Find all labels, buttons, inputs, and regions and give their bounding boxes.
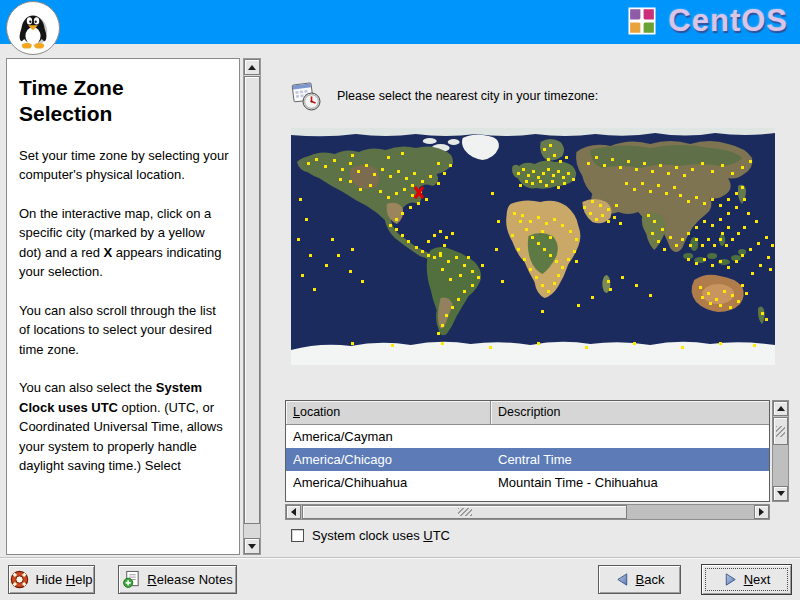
city-dot[interactable] xyxy=(653,220,656,223)
city-dot[interactable] xyxy=(467,256,470,259)
city-dot[interactable] xyxy=(521,214,524,217)
city-dot[interactable] xyxy=(741,254,744,257)
city-dot[interactable] xyxy=(395,218,398,221)
city-dot[interactable] xyxy=(357,170,360,173)
city-dot[interactable] xyxy=(743,198,746,201)
city-dot[interactable] xyxy=(625,182,628,185)
city-dot[interactable] xyxy=(405,177,408,180)
city-dot[interactable] xyxy=(307,162,310,165)
city-dot[interactable] xyxy=(532,170,535,173)
city-dot[interactable] xyxy=(695,196,698,199)
back-button[interactable]: Back xyxy=(598,565,681,594)
city-dot[interactable] xyxy=(537,342,540,345)
city-dot[interactable] xyxy=(565,156,568,159)
city-dot[interactable] xyxy=(641,182,644,185)
city-dot[interactable] xyxy=(679,194,682,197)
city-dot[interactable] xyxy=(457,298,460,301)
city-dot[interactable] xyxy=(351,248,354,251)
city-dot[interactable] xyxy=(741,284,744,287)
city-dot[interactable] xyxy=(349,162,352,165)
city-dot[interactable] xyxy=(703,202,706,205)
city-dot[interactable] xyxy=(549,144,552,147)
city-dot[interactable] xyxy=(595,156,598,159)
city-dot[interactable] xyxy=(551,180,554,183)
city-dot[interactable] xyxy=(305,218,308,221)
city-dot[interactable] xyxy=(611,158,614,161)
city-dot[interactable] xyxy=(577,304,580,307)
city-dot[interactable] xyxy=(721,232,724,235)
city-dot[interactable] xyxy=(703,258,706,261)
city-dot[interactable] xyxy=(427,254,430,257)
city-dot[interactable] xyxy=(757,242,760,245)
city-dot[interactable] xyxy=(687,232,690,235)
city-dot[interactable] xyxy=(727,226,730,229)
city-dot[interactable] xyxy=(531,182,534,185)
city-dot[interactable] xyxy=(379,190,382,193)
city-dot[interactable] xyxy=(727,198,730,201)
city-dot[interactable] xyxy=(715,298,718,301)
city-dot[interactable] xyxy=(407,240,410,243)
city-dot[interactable] xyxy=(703,220,706,223)
city-dot[interactable] xyxy=(315,158,318,161)
city-dot[interactable] xyxy=(535,276,538,279)
city-dot[interactable] xyxy=(719,342,722,345)
city-dot[interactable] xyxy=(687,200,690,203)
city-dot[interactable] xyxy=(449,278,452,281)
city-dot[interactable] xyxy=(451,232,454,235)
city-dot[interactable] xyxy=(691,168,694,171)
city-dot[interactable] xyxy=(681,346,684,349)
city-dot[interactable] xyxy=(463,264,466,267)
city-dot[interactable] xyxy=(552,174,555,177)
world-map[interactable] xyxy=(291,128,775,365)
city-dot[interactable] xyxy=(603,164,606,167)
city-dot[interactable] xyxy=(437,182,440,185)
city-dot[interactable] xyxy=(522,168,525,171)
city-dot[interactable] xyxy=(389,175,392,178)
city-dot[interactable] xyxy=(441,268,444,271)
city-dot[interactable] xyxy=(339,178,342,181)
city-dot[interactable] xyxy=(731,172,734,175)
city-dot[interactable] xyxy=(643,162,646,165)
city-dot[interactable] xyxy=(575,238,578,241)
city-dot[interactable] xyxy=(427,240,430,243)
city-dot[interactable] xyxy=(707,292,710,295)
city-dot[interactable] xyxy=(695,226,698,229)
city-dot[interactable] xyxy=(683,174,686,177)
city-dot[interactable] xyxy=(709,302,712,305)
city-dot[interactable] xyxy=(301,274,304,277)
city-dot[interactable] xyxy=(513,212,516,215)
city-dot[interactable] xyxy=(599,204,602,207)
city-dot[interactable] xyxy=(759,264,762,267)
city-dot[interactable] xyxy=(437,332,440,335)
city-dot[interactable] xyxy=(537,216,540,219)
city-dot[interactable] xyxy=(351,154,354,157)
city-dot[interactable] xyxy=(675,166,678,169)
city-dot[interactable] xyxy=(359,188,362,191)
city-dot[interactable] xyxy=(443,172,446,175)
city-dot[interactable] xyxy=(711,264,714,267)
city-dot[interactable] xyxy=(441,324,444,327)
city-dot[interactable] xyxy=(495,248,498,251)
help-scroll-down-button[interactable] xyxy=(244,538,260,554)
city-dot[interactable] xyxy=(395,228,398,231)
city-dot[interactable] xyxy=(695,262,698,265)
city-dot[interactable] xyxy=(569,230,572,233)
city-dot[interactable] xyxy=(735,192,738,195)
city-dot[interactable] xyxy=(615,204,618,207)
city-dot[interactable] xyxy=(471,284,474,287)
city-dot[interactable] xyxy=(721,164,724,167)
city-dot[interactable] xyxy=(309,254,312,257)
city-dot[interactable] xyxy=(669,236,672,239)
city-dot[interactable] xyxy=(561,224,564,227)
city-dot[interactable] xyxy=(501,280,504,283)
city-dot[interactable] xyxy=(562,176,565,179)
city-dot[interactable] xyxy=(737,300,740,303)
table-row[interactable]: America/Chihuahua Mountain Time - Chihua… xyxy=(286,471,769,494)
city-dot[interactable] xyxy=(529,268,532,271)
city-dot[interactable] xyxy=(607,220,610,223)
city-dot[interactable] xyxy=(523,258,526,261)
city-dot[interactable] xyxy=(723,290,726,293)
city-dot[interactable] xyxy=(661,228,664,231)
city-dot[interactable] xyxy=(561,266,564,269)
city-dot[interactable] xyxy=(755,220,758,223)
